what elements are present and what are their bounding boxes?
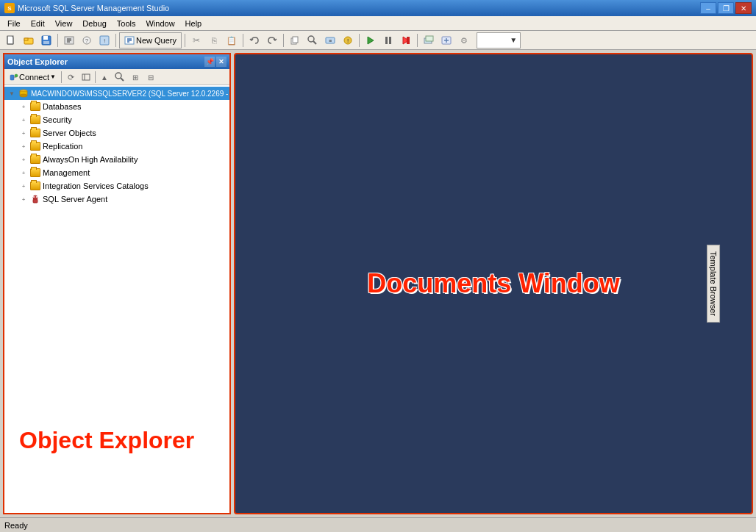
connect-dropdown-arrow[interactable]: ▼ [50, 73, 56, 80]
svg-rect-30 [385, 37, 388, 44]
tree-item-security[interactable]: + Security [4, 113, 229, 126]
toolbar-btn-12[interactable] [380, 32, 396, 48]
new-query-button[interactable]: New Query [119, 32, 182, 48]
svg-text:?: ? [85, 37, 89, 44]
menu-file[interactable]: File [3, 18, 25, 29]
svg-text:⊟: ⊟ [148, 73, 154, 82]
object-explorer-panel: Object Explorer 📌 ✕ Connect ▼ ⟳ [3, 53, 231, 514]
oe-close-button[interactable]: ✕ [216, 57, 227, 67]
integration-expander[interactable]: + [18, 180, 29, 192]
redo-button[interactable] [264, 32, 280, 48]
new-query-label: New Query [136, 36, 176, 45]
toolbar-btn-8[interactable] [304, 32, 321, 48]
menu-help[interactable]: Help [181, 18, 207, 29]
tree-item-alwayson[interactable]: + AlwaysOn High Availability [4, 153, 229, 166]
toolbar-dropdown-1[interactable]: ▼ [477, 32, 521, 48]
tree-item-sql-agent[interactable]: + SQL Server Agent [4, 193, 229, 206]
menu-tools[interactable]: Tools [113, 18, 140, 29]
svg-rect-4 [43, 36, 48, 40]
toolbar-btn-15[interactable] [438, 32, 454, 48]
undo-button[interactable] [246, 32, 263, 48]
close-button[interactable]: ✕ [735, 2, 752, 14]
menu-bar: File Edit View Debug Tools Window Help [0, 16, 756, 31]
toolbar-btn-14[interactable] [421, 32, 437, 48]
new-file-button[interactable] [3, 32, 19, 48]
databases-icon [29, 101, 41, 112]
toolbar-btn-10[interactable]: ! [340, 32, 356, 48]
management-expander[interactable]: + [18, 167, 29, 179]
menu-debug[interactable]: Debug [78, 18, 110, 29]
tree-item-replication[interactable]: + Replication [4, 140, 229, 153]
oe-toolbar-btn-5[interactable]: ⊞ [128, 71, 143, 84]
tree-item-integration[interactable]: + Integration Services Catalogs [4, 179, 229, 193]
restore-button[interactable]: ❐ [718, 2, 734, 14]
oe-pin-button[interactable]: 📌 [204, 57, 215, 67]
template-browser-tab[interactable]: Template Browser [707, 245, 720, 323]
menu-view[interactable]: View [51, 18, 77, 29]
svg-line-24 [313, 41, 316, 44]
toolbar-btn-1[interactable] [61, 32, 77, 48]
toolbar-btn-3[interactable]: ↑ [96, 32, 113, 48]
svg-point-57 [36, 196, 38, 198]
alwayson-icon [29, 154, 41, 165]
toolbar-separator-6 [359, 34, 360, 47]
server-expander[interactable]: ▼ [6, 87, 18, 99]
menu-edit[interactable]: Edit [26, 18, 49, 29]
oe-toolbar-btn-3[interactable]: ▲ [97, 71, 112, 84]
main-area: Object Explorer 📌 ✕ Connect ▼ ⟳ [0, 50, 756, 517]
oe-header-controls: 📌 ✕ [204, 57, 227, 67]
svg-rect-2 [24, 38, 28, 40]
oe-toolbar-btn-2[interactable] [79, 71, 93, 84]
oe-toolbar-sep-2 [95, 71, 96, 83]
oe-connect-button[interactable]: Connect ▼ [6, 71, 60, 84]
sql-agent-expander[interactable]: + [18, 193, 29, 205]
tree-item-server-objects[interactable]: + Server Objects [4, 126, 229, 140]
oe-toolbar: Connect ▼ ⟳ ▲ ⊞ ⊟ [4, 69, 229, 85]
minimize-button[interactable]: – [700, 2, 716, 14]
svg-text:⊞: ⊞ [132, 73, 138, 82]
toolbar-btn-7[interactable] [287, 32, 303, 48]
svg-rect-22 [293, 37, 298, 43]
svg-rect-40 [10, 75, 14, 80]
server-objects-expander[interactable]: + [18, 127, 29, 139]
toolbar-btn-9[interactable]: ≡ [322, 32, 338, 48]
tree-item-databases[interactable]: + Databases [4, 100, 229, 113]
documents-window: Documents Window Template Browser [234, 53, 753, 514]
svg-text:≡: ≡ [329, 38, 332, 43]
svg-line-48 [121, 78, 124, 81]
toolbar-btn-5[interactable]: ⎘ [206, 32, 222, 48]
app-title: Microsoft SQL Server Management Studio [18, 4, 697, 12]
alwayson-expander[interactable]: + [18, 154, 29, 165]
tree-item-management[interactable]: + Management [4, 166, 229, 179]
toolbar-btn-6[interactable]: 📋 [224, 32, 240, 48]
toolbar-btn-11[interactable] [363, 32, 379, 48]
toolbar-btn-2[interactable]: ? [79, 32, 95, 48]
title-bar: S Microsoft SQL Server Management Studio… [0, 0, 756, 16]
databases-expander[interactable]: + [18, 101, 29, 112]
toolbar-separator-7 [417, 34, 418, 47]
tree-item-server[interactable]: ▼ MACWINDOWS\MSSQLSERVER2 (SQL Server 12… [4, 87, 229, 100]
menu-window[interactable]: Window [141, 18, 179, 29]
oe-toolbar-btn-4[interactable] [113, 71, 127, 84]
oe-tree[interactable]: ▼ MACWINDOWS\MSSQLSERVER2 (SQL Server 12… [4, 85, 229, 513]
svg-point-56 [33, 196, 35, 198]
toolbar-btn-13[interactable] [398, 32, 414, 48]
toolbar-btn-4[interactable]: ✂ [188, 32, 204, 48]
security-icon [29, 114, 41, 126]
oe-toolbar-btn-1[interactable]: ⟳ [63, 71, 78, 84]
databases-label: Databases [43, 102, 82, 111]
toolbar-btn-16[interactable]: ⚙ [456, 32, 472, 48]
replication-label: Replication [43, 142, 82, 151]
svg-text:▲: ▲ [101, 73, 108, 82]
open-file-button[interactable] [21, 32, 37, 48]
server-objects-label: Server Objects [43, 129, 96, 137]
replication-expander[interactable]: + [18, 140, 29, 152]
security-label: Security [43, 115, 72, 124]
sql-agent-icon [29, 193, 41, 205]
security-expander[interactable]: + [18, 114, 29, 126]
oe-toolbar-btn-6[interactable]: ⊟ [143, 71, 158, 84]
save-button[interactable] [38, 32, 54, 48]
toolbar-separator-5 [283, 34, 284, 47]
status-bar: Ready [0, 517, 756, 532]
oe-toolbar-sep-1 [61, 71, 62, 83]
